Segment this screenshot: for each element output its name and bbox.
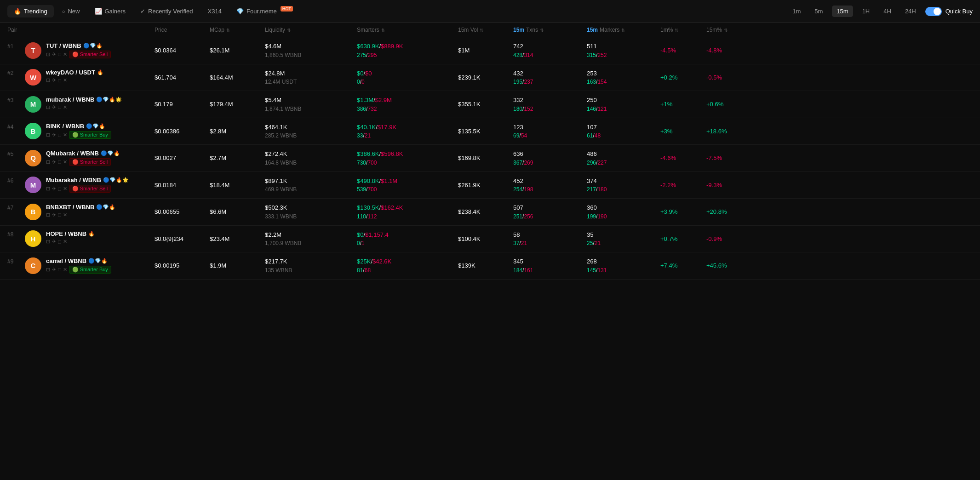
txns-split: 251/256 <box>513 212 587 221</box>
smarters: $0/$1,157.4 0/1 <box>357 230 458 248</box>
twitter-icon[interactable]: ✕ <box>63 186 67 192</box>
pct15m: +45.6% <box>706 262 757 269</box>
table-row[interactable]: #4 B BINK / WBNB 🔵💎🔥 ⊡ ✈ □ ✕ 🟢 Smarter B… <box>0 118 980 145</box>
copy-icon[interactable]: ⊡ <box>46 267 50 273</box>
price: $0.00195 <box>155 262 210 269</box>
txns-filter-icon: ⇅ <box>540 28 544 33</box>
pair-col: #5 Q QMubarak / WBNB 🔵💎🔥 ⊡ ✈ □ ✕ 🔴 Smart… <box>7 150 155 166</box>
tab-x314[interactable]: X314 <box>201 5 228 17</box>
chart-icon[interactable]: □ <box>58 239 61 245</box>
table-row[interactable]: #5 Q QMubarak / WBNB 🔵💎🔥 ⊡ ✈ □ ✕ 🔴 Smart… <box>0 145 980 172</box>
telegram-icon[interactable]: ✈ <box>52 51 56 57</box>
txns: 345 184/161 <box>513 257 587 274</box>
copy-icon[interactable]: ⊡ <box>46 186 50 192</box>
copy-icon[interactable]: ⊡ <box>46 159 50 165</box>
telegram-icon[interactable]: ✈ <box>52 77 56 83</box>
diamond-icon: 💎 <box>236 8 244 15</box>
chart-icon[interactable]: □ <box>58 186 61 192</box>
txns: 452 254/198 <box>513 177 587 194</box>
time-1h-button[interactable]: 1H <box>858 6 875 17</box>
chart-icon[interactable]: □ <box>58 159 61 165</box>
liquidity-main: $5.4M <box>265 96 357 105</box>
pair-icons: ⊡ ✈ □ ✕ 🟢 Smarter Buy <box>46 266 111 274</box>
telegram-icon[interactable]: ✈ <box>52 212 56 218</box>
chart-icon[interactable]: □ <box>58 104 61 110</box>
tab-four-meme[interactable]: 💎 Four.meme HOT <box>230 5 299 17</box>
col-smarters[interactable]: Smarters ⇅ <box>357 27 458 33</box>
table-header: Pair Price MCap ⇅ Liquidity ⇅ Smarters ⇅… <box>0 23 980 37</box>
tab-gainers[interactable]: 📈 Gainers <box>88 5 132 17</box>
table-row[interactable]: #9 C camel / WBNB 🔵💎🔥 ⊡ ✈ □ ✕ 🟢 Smarter … <box>0 252 980 280</box>
twitter-icon[interactable]: ✕ <box>63 212 67 218</box>
chart-icon[interactable]: □ <box>58 51 61 57</box>
pair-col: #9 C camel / WBNB 🔵💎🔥 ⊡ ✈ □ ✕ 🟢 Smarter … <box>7 257 155 274</box>
liquidity-main: $2.2M <box>265 230 357 240</box>
twitter-icon[interactable]: ✕ <box>63 104 67 110</box>
table-row[interactable]: #6 M Mubarakah / WBNB 🔵💎🔥🌟 ⊡ ✈ □ ✕ 🔴 Sma… <box>0 172 980 199</box>
twitter-icon[interactable]: ✕ <box>63 51 67 57</box>
markers-split: 217/180 <box>587 185 660 194</box>
chart-icon[interactable]: □ <box>58 267 61 272</box>
col-vol[interactable]: 15m Vol ⇅ <box>458 27 513 33</box>
hot-badge: HOT <box>281 6 293 11</box>
chart-icon[interactable]: □ <box>58 212 61 217</box>
price: $0.179 <box>155 101 210 108</box>
check-icon: ✓ <box>140 8 145 15</box>
copy-icon[interactable]: ⊡ <box>46 77 50 83</box>
chart-icon[interactable]: □ <box>58 132 61 138</box>
telegram-icon[interactable]: ✈ <box>52 104 56 110</box>
markers-total: 250 <box>587 96 660 105</box>
copy-icon[interactable]: ⊡ <box>46 51 50 57</box>
tab-trending[interactable]: 🔥 Trending <box>7 5 54 17</box>
col-pct15m[interactable]: 15m% ⇅ <box>706 27 757 33</box>
liquidity-filter-icon: ⇅ <box>287 28 291 33</box>
pair-icons: ⊡ ✈ □ ✕ <box>46 239 95 245</box>
twitter-icon[interactable]: ✕ <box>63 159 67 165</box>
telegram-icon[interactable]: ✈ <box>52 186 56 192</box>
telegram-icon[interactable]: ✈ <box>52 159 56 165</box>
time-4h-button[interactable]: 4H <box>879 6 896 17</box>
time-1m-button[interactable]: 1m <box>788 6 805 17</box>
telegram-icon[interactable]: ✈ <box>52 267 56 273</box>
rank: #3 <box>7 96 20 103</box>
col-txns[interactable]: 15m Txns ⇅ <box>513 27 587 33</box>
twitter-icon[interactable]: ✕ <box>63 132 67 138</box>
copy-icon[interactable]: ⊡ <box>46 104 50 110</box>
table-row[interactable]: #3 M mubarak / WBNB 🔵💎🔥🌟 ⊡ ✈ □ ✕ $0.179 <box>0 91 980 118</box>
copy-icon[interactable]: ⊡ <box>46 239 50 245</box>
twitter-icon[interactable]: ✕ <box>63 239 67 245</box>
time-5m-button[interactable]: 5m <box>810 6 827 17</box>
col-pct1m[interactable]: 1m% ⇅ <box>660 27 706 33</box>
telegram-icon[interactable]: ✈ <box>52 239 56 245</box>
markers-split: 163/154 <box>587 78 660 86</box>
col-liquidity[interactable]: Liquidity ⇅ <box>265 27 357 33</box>
smarters-main: $40.1K/$17.9K <box>357 123 458 132</box>
table-row[interactable]: #7 B BNBXBT / WBNB 🔵💎🔥 ⊡ ✈ □ ✕ $0.00655 … <box>0 199 980 226</box>
quick-buy-toggle[interactable]: Quick Buy <box>925 7 973 16</box>
table-row[interactable]: #8 H HOPE / WBNB 🔥 ⊡ ✈ □ ✕ $0.0{9}234 $2… <box>0 226 980 253</box>
col-mcap[interactable]: MCap ⇅ <box>210 27 265 33</box>
pair-flags: 🔵💎🔥 <box>86 123 105 129</box>
chart-icon[interactable]: □ <box>58 78 61 83</box>
price: $0.00386 <box>155 128 210 135</box>
circle-icon: ○ <box>62 9 65 14</box>
table-row[interactable]: #1 T TUT / WBNB 🔵💎🔥 ⊡ ✈ □ ✕ 🔴 Smarter Se… <box>0 37 980 64</box>
txns: 742 428/314 <box>513 42 587 59</box>
tab-new[interactable]: ○ New <box>56 5 86 17</box>
pct15m: -9.3% <box>706 182 757 189</box>
table-row[interactable]: #2 W wkeyDAO / USDT 🔥 ⊡ ✈ □ ✕ $61.704 $1… <box>0 64 980 91</box>
twitter-icon[interactable]: ✕ <box>63 267 67 273</box>
col-price: Price <box>155 27 210 33</box>
time-15m-button[interactable]: 15m <box>832 6 853 17</box>
time-24h-button[interactable]: 24H <box>900 6 921 17</box>
twitter-icon[interactable]: ✕ <box>63 77 67 83</box>
liquidity-sub: 469.9 WBNB <box>265 185 357 194</box>
copy-icon[interactable]: ⊡ <box>46 212 50 218</box>
tab-recently-verified[interactable]: ✓ Recently Verified <box>134 5 200 17</box>
toggle-switch[interactable] <box>925 7 942 16</box>
liquidity-main: $464.1K <box>265 123 357 132</box>
telegram-icon[interactable]: ✈ <box>52 132 56 138</box>
col-markers[interactable]: 15m Markers ⇅ <box>587 27 660 33</box>
copy-icon[interactable]: ⊡ <box>46 132 50 138</box>
smarters-sub: 275/295 <box>357 51 458 59</box>
